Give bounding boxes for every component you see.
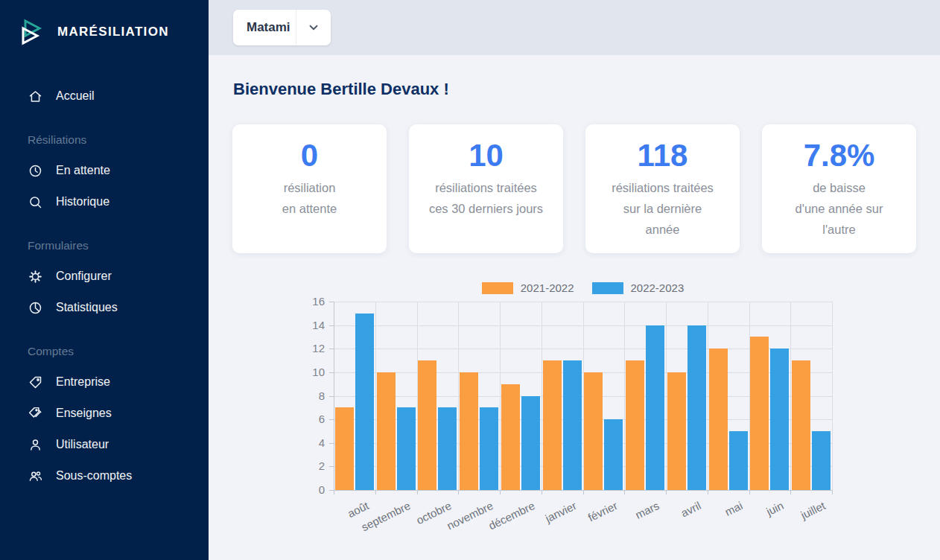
- bar-janvier-2022-2023: [563, 360, 582, 490]
- clock-icon: [28, 163, 43, 179]
- stat-value: 0: [232, 138, 387, 174]
- bar-juillet-2021-2022: [792, 360, 810, 490]
- bar-mai-2021-2022: [709, 349, 728, 490]
- brand-logo-link[interactable]: MARÉSILIATION: [0, 0, 209, 54]
- bar-février-2022-2023: [604, 419, 623, 490]
- stat-card-30-jours: 10 résiliations traitées ces 30 derniers…: [409, 124, 563, 253]
- legend-item-2021-2022[interactable]: 2021-2022: [482, 281, 574, 294]
- sidebar-item-label: Historique: [56, 195, 109, 209]
- sidebar-item-label: Sous-comptes: [56, 469, 132, 483]
- sidebar-item-label: En attente: [56, 164, 110, 177]
- sidebar-item-en-attente[interactable]: En attente: [0, 155, 209, 186]
- bar-avril-2022-2023: [687, 325, 706, 490]
- stat-label: résiliations traitées sur la dernière an…: [585, 177, 740, 240]
- topbar: Matami: [209, 0, 940, 55]
- legend-label: 2022-2023: [631, 281, 685, 294]
- stat-label: résiliations traitées ces 30 derniers jo…: [409, 177, 563, 219]
- stat-value: 10: [409, 138, 563, 174]
- v-gridline: [458, 302, 459, 490]
- bar-juin-2022-2023: [770, 349, 789, 490]
- bar-octobre-2021-2022: [418, 360, 436, 490]
- v-gridline: [583, 302, 584, 490]
- v-gridline: [749, 302, 750, 490]
- v-gridline: [708, 302, 708, 490]
- stat-cards: 0 résiliation en attente 10 résiliations…: [232, 124, 916, 253]
- y-axis-label: 10: [288, 366, 325, 378]
- account-selector-dropdown[interactable]: Matami: [233, 10, 331, 45]
- v-gridline: [417, 302, 418, 490]
- sidebar-section-comptes: Comptes: [0, 336, 209, 366]
- brand-logo-icon: [16, 16, 46, 48]
- sidebar-item-label: Utilisateur: [56, 438, 109, 451]
- brand-name: MARÉSILIATION: [57, 25, 169, 39]
- stat-value: 7.8%: [762, 138, 916, 174]
- bar-novembre-2022-2023: [480, 407, 498, 490]
- bar-octobre-2022-2023: [438, 407, 457, 490]
- bar-mars-2022-2023: [646, 325, 664, 490]
- v-gridline: [666, 302, 667, 490]
- y-axis-label: 6: [288, 413, 325, 425]
- y-axis-label: 16: [288, 295, 325, 308]
- y-axis-label: 12: [288, 342, 325, 354]
- bar-août-2021-2022: [335, 407, 354, 490]
- sidebar-section-formulaires: Formulaires: [0, 230, 209, 261]
- v-gridline: [500, 302, 501, 490]
- sidebar-item-enseignes[interactable]: Enseignes: [0, 398, 209, 429]
- chevron-down-icon: [296, 21, 331, 34]
- bar-novembre-2021-2022: [460, 372, 478, 490]
- users-icon: [28, 468, 43, 484]
- y-axis-label: 0: [288, 483, 325, 496]
- page-title: Bienvenue Bertille Devaux !: [233, 80, 449, 99]
- tag-icon: [28, 375, 43, 390]
- stat-label: résiliation en attente: [232, 177, 387, 219]
- stat-card-en-attente: 0 résiliation en attente: [232, 124, 387, 253]
- bar-décembre-2021-2022: [501, 384, 520, 490]
- stat-card-baisse: 7.8% de baisse d'une année sur l'autre: [762, 124, 916, 253]
- bar-février-2021-2022: [584, 372, 603, 490]
- bar-décembre-2022-2023: [521, 396, 540, 491]
- legend-item-2022-2023[interactable]: 2022-2023: [592, 281, 685, 294]
- sidebar-item-accueil[interactable]: Accueil: [0, 80, 209, 112]
- v-gridline: [375, 302, 376, 490]
- y-axis-label: 14: [288, 319, 325, 331]
- pie-chart-icon: [28, 300, 43, 316]
- bar-août-2022-2023: [355, 314, 374, 490]
- sidebar-item-utilisateur[interactable]: Utilisateur: [0, 429, 209, 460]
- y-axis-label: 8: [288, 389, 325, 402]
- sidebar-item-sous-comptes[interactable]: Sous-comptes: [0, 460, 209, 491]
- bar-juin-2021-2022: [750, 337, 769, 490]
- stat-card-annee: 118 résiliations traitées sur la dernièr…: [585, 124, 740, 253]
- sidebar-item-label: Statistiques: [56, 301, 118, 314]
- bar-juillet-2022-2023: [812, 431, 831, 490]
- sidebar-item-historique[interactable]: Historique: [0, 186, 209, 217]
- sidebar-item-configurer[interactable]: Configurer: [0, 261, 209, 292]
- sidebar-section-resiliations: Résiliations: [0, 124, 209, 155]
- account-selector-value: Matami: [233, 20, 296, 35]
- bar-septembre-2021-2022: [377, 372, 396, 490]
- v-gridline: [790, 302, 791, 490]
- legend-label: 2021-2022: [521, 281, 574, 294]
- v-gridline: [542, 302, 542, 490]
- home-icon: [28, 89, 43, 104]
- stat-value: 118: [585, 138, 740, 174]
- sidebar-item-label: Entreprise: [56, 375, 110, 389]
- legend-swatch-orange: [482, 282, 513, 294]
- sidebar-nav: Accueil Résiliations En attente Historiq…: [0, 80, 209, 491]
- sidebar: MARÉSILIATION Accueil Résiliations En at…: [0, 0, 209, 560]
- user-icon: [28, 437, 43, 453]
- legend-swatch-blue: [592, 282, 623, 294]
- sidebar-item-entreprise[interactable]: Entreprise: [0, 366, 209, 398]
- chart-legend: 2021-2022 2022-2023: [334, 281, 832, 294]
- main-content: Bienvenue Bertille Devaux ! 0 résiliatio…: [209, 55, 940, 560]
- bar-mai-2022-2023: [729, 431, 748, 490]
- v-gridline: [624, 302, 625, 490]
- tags-icon: [28, 406, 43, 421]
- sidebar-item-label: Configurer: [56, 270, 112, 283]
- y-axis-label: 4: [288, 436, 325, 449]
- gear-icon: [28, 269, 43, 284]
- search-icon: [28, 194, 43, 210]
- sidebar-item-label: Enseignes: [56, 407, 112, 420]
- sidebar-item-label: Accueil: [56, 89, 95, 103]
- bar-chart: 2021-2022 2022-2023 0246810121416aoûtsep…: [209, 271, 940, 528]
- sidebar-item-statistiques[interactable]: Statistiques: [0, 292, 209, 323]
